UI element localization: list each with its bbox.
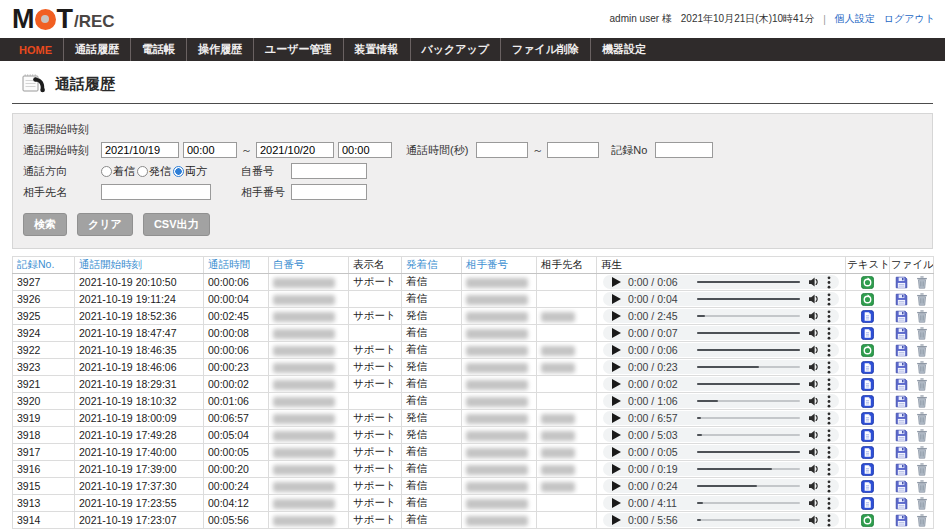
- player-seekbar[interactable]: [697, 485, 800, 487]
- player-seekbar[interactable]: [697, 400, 800, 402]
- time-from-input[interactable]: [183, 142, 237, 158]
- player-seekbar[interactable]: [697, 298, 800, 300]
- save-icon[interactable]: [895, 497, 908, 510]
- play-button-icon[interactable]: [612, 379, 621, 389]
- save-icon[interactable]: [895, 344, 908, 357]
- text-document-icon[interactable]: [861, 310, 874, 323]
- play-button-icon[interactable]: [612, 328, 621, 338]
- text-document-icon[interactable]: [861, 327, 874, 340]
- play-button-icon[interactable]: [612, 294, 621, 304]
- play-button-icon[interactable]: [612, 515, 621, 525]
- own-number-input[interactable]: [291, 163, 367, 179]
- volume-icon[interactable]: [807, 429, 820, 441]
- player-menu-icon[interactable]: [827, 327, 831, 340]
- player-menu-icon[interactable]: [827, 344, 831, 357]
- text-processing-icon[interactable]: [861, 514, 874, 527]
- volume-icon[interactable]: [807, 514, 820, 526]
- column-header-direction[interactable]: 発着信: [402, 257, 462, 274]
- trash-icon[interactable]: [916, 446, 928, 459]
- save-icon[interactable]: [895, 327, 908, 340]
- text-document-icon[interactable]: [861, 378, 874, 391]
- volume-icon[interactable]: [807, 497, 820, 509]
- trash-icon[interactable]: [916, 412, 928, 425]
- player-menu-icon[interactable]: [827, 480, 831, 493]
- date-from-input[interactable]: [101, 142, 179, 158]
- text-document-icon[interactable]: [861, 446, 874, 459]
- save-icon[interactable]: [895, 446, 908, 459]
- nav-item-phonebook[interactable]: 電話帳: [130, 38, 186, 61]
- search-button[interactable]: 検索: [23, 213, 67, 236]
- nav-item-user-management[interactable]: ユーザー管理: [253, 38, 343, 61]
- save-icon[interactable]: [895, 395, 908, 408]
- csv-export-button[interactable]: CSV出力: [143, 213, 210, 236]
- nav-item-backup[interactable]: バックアップ: [410, 38, 501, 61]
- save-icon[interactable]: [895, 429, 908, 442]
- direction-radio-both[interactable]: 両方: [173, 164, 207, 179]
- play-button-icon[interactable]: [612, 396, 621, 406]
- trash-icon[interactable]: [916, 463, 928, 476]
- player-menu-icon[interactable]: [827, 395, 831, 408]
- volume-icon[interactable]: [807, 378, 820, 390]
- player-seekbar[interactable]: [697, 315, 800, 317]
- play-button-icon[interactable]: [612, 447, 621, 457]
- player-seekbar[interactable]: [697, 383, 800, 385]
- player-menu-icon[interactable]: [827, 361, 831, 374]
- partner-number-input[interactable]: [291, 184, 367, 200]
- save-icon[interactable]: [895, 361, 908, 374]
- player-seekbar[interactable]: [697, 519, 800, 521]
- trash-icon[interactable]: [916, 395, 928, 408]
- player-seekbar[interactable]: [697, 434, 800, 436]
- play-button-icon[interactable]: [612, 311, 621, 321]
- nav-item-device-info[interactable]: 装置情報: [343, 38, 410, 61]
- player-seekbar[interactable]: [697, 468, 800, 470]
- volume-icon[interactable]: [807, 480, 820, 492]
- nav-item-operation-history[interactable]: 操作履歴: [186, 38, 253, 61]
- volume-icon[interactable]: [807, 310, 820, 322]
- player-menu-icon[interactable]: [827, 276, 831, 289]
- duration-to-input[interactable]: [547, 142, 599, 158]
- volume-icon[interactable]: [807, 395, 820, 407]
- nav-item-home[interactable]: HOME: [8, 38, 63, 61]
- clear-button[interactable]: クリア: [77, 213, 133, 236]
- player-seekbar[interactable]: [697, 417, 800, 419]
- play-button-icon[interactable]: [612, 345, 621, 355]
- record-no-input[interactable]: [655, 142, 713, 158]
- player-menu-icon[interactable]: [827, 514, 831, 527]
- player-menu-icon[interactable]: [827, 463, 831, 476]
- trash-icon[interactable]: [916, 327, 928, 340]
- column-header-own-number[interactable]: 自番号: [269, 257, 349, 274]
- save-icon[interactable]: [895, 310, 908, 323]
- personal-settings-link[interactable]: 個人設定: [835, 12, 875, 26]
- trash-icon[interactable]: [916, 378, 928, 391]
- play-button-icon[interactable]: [612, 498, 621, 508]
- play-button-icon[interactable]: [612, 277, 621, 287]
- trash-icon[interactable]: [916, 344, 928, 357]
- volume-icon[interactable]: [807, 276, 820, 288]
- trash-icon[interactable]: [916, 293, 928, 306]
- player-seekbar[interactable]: [697, 332, 800, 334]
- trash-icon[interactable]: [916, 429, 928, 442]
- play-button-icon[interactable]: [612, 430, 621, 440]
- player-seekbar[interactable]: [697, 451, 800, 453]
- radio-button-icon[interactable]: [173, 166, 184, 177]
- date-to-input[interactable]: [256, 142, 334, 158]
- time-to-input[interactable]: [338, 142, 392, 158]
- nav-item-file-delete[interactable]: ファイル削除: [500, 38, 590, 61]
- player-menu-icon[interactable]: [827, 310, 831, 323]
- player-menu-icon[interactable]: [827, 412, 831, 425]
- save-icon[interactable]: [895, 514, 908, 527]
- nav-item-device-settings[interactable]: 機器設定: [590, 38, 657, 61]
- radio-button-icon[interactable]: [101, 166, 112, 177]
- text-document-icon[interactable]: [861, 429, 874, 442]
- text-document-icon[interactable]: [861, 497, 874, 510]
- player-seekbar[interactable]: [697, 502, 800, 504]
- player-seekbar[interactable]: [697, 281, 800, 283]
- player-menu-icon[interactable]: [827, 293, 831, 306]
- save-icon[interactable]: [895, 463, 908, 476]
- text-document-icon[interactable]: [861, 480, 874, 493]
- volume-icon[interactable]: [807, 344, 820, 356]
- save-icon[interactable]: [895, 480, 908, 493]
- trash-icon[interactable]: [916, 497, 928, 510]
- player-menu-icon[interactable]: [827, 497, 831, 510]
- text-processing-icon[interactable]: [861, 293, 874, 306]
